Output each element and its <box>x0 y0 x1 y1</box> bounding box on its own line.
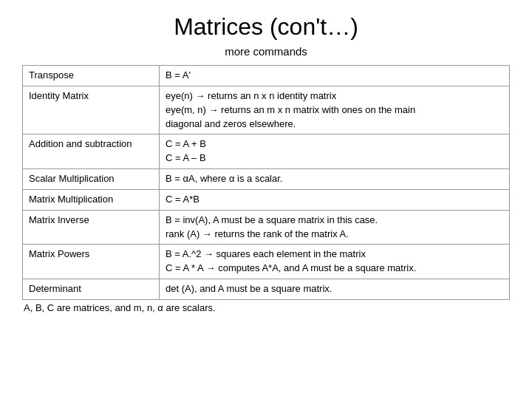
row-content: B = A' <box>160 66 510 86</box>
page-title: Matrices (con't…) <box>174 13 358 41</box>
row-label: Transpose <box>23 66 160 86</box>
row-label: Addition and subtraction <box>23 134 160 169</box>
table-row: Matrix PowersB = A.^2 → squares each ele… <box>23 245 510 279</box>
commands-table: TransposeB = A'Identity Matrixeye(n) → r… <box>22 65 510 300</box>
row-content: B = αA, where α is a scalar. <box>160 169 510 190</box>
row-label: Scalar Multiplication <box>23 169 160 190</box>
row-label: Identity Matrix <box>23 86 160 134</box>
row-content: C = A + BC = A – B <box>160 134 510 169</box>
table-row: TransposeB = A' <box>23 66 510 86</box>
table-row: Addition and subtractionC = A + BC = A –… <box>23 134 510 169</box>
row-label: Matrix Inverse <box>23 210 160 245</box>
table-row: Matrix InverseB = inv(A), A must be a sq… <box>23 210 510 245</box>
row-content: C = A*B <box>160 189 510 210</box>
row-label: Matrix Powers <box>23 245 160 279</box>
table-row: Scalar MultiplicationB = αA, where α is … <box>23 169 510 190</box>
row-content: B = A.^2 → squares each element in the m… <box>160 245 510 279</box>
footer-note: A, B, C are matrices, and m, n, α are sc… <box>22 302 216 313</box>
subtitle: more commands <box>225 45 307 58</box>
row-content: B = inv(A), A must be a square matrix in… <box>160 210 510 245</box>
table-row: Matrix MultiplicationC = A*B <box>23 189 510 210</box>
row-label: Matrix Multiplication <box>23 189 160 210</box>
row-label: Determinant <box>23 279 160 300</box>
row-content: eye(n) → returns an n x n identity matri… <box>160 86 510 134</box>
table-row: Identity Matrixeye(n) → returns an n x n… <box>23 86 510 134</box>
row-content: det (A), and A must be a square matrix. <box>160 279 510 300</box>
table-row: Determinantdet (A), and A must be a squa… <box>23 279 510 300</box>
